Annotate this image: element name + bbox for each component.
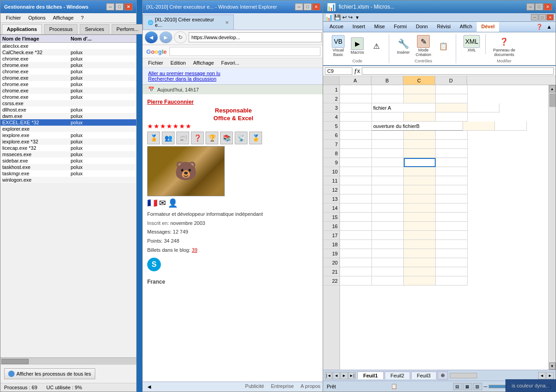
row-header[interactable]: 7 (323, 140, 340, 149)
scrollbar-thumb[interactable] (1, 359, 29, 364)
ribbon-tab-help-icon[interactable]: ❓ (534, 22, 545, 32)
scroll-up-button[interactable]: ▲ (549, 85, 556, 92)
cell-D3[interactable] (468, 103, 499, 112)
cell-A13[interactable] (340, 194, 372, 204)
ribbon-tab-affichage[interactable]: Affich (455, 22, 477, 32)
browser-menu-edition[interactable]: Edition (167, 59, 190, 66)
sheet-tab-feuil2[interactable]: Feuil2 (385, 372, 410, 379)
refresh-button[interactable]: ↻ (174, 31, 187, 43)
menu-fichier[interactable]: Fichier (2, 14, 25, 21)
ribbon-tab-accueil[interactable]: Accue (325, 22, 348, 32)
row-header[interactable]: 14 (323, 204, 340, 213)
cell-C16[interactable] (404, 222, 436, 231)
cell-D9[interactable] (436, 158, 468, 167)
col-header-c[interactable]: C (403, 76, 435, 85)
cell-D7[interactable] (436, 140, 468, 149)
cell-B17[interactable] (372, 231, 404, 240)
cell-B2[interactable] (372, 94, 404, 103)
cell-A14[interactable] (340, 204, 372, 213)
ribbon-collapse-icon[interactable]: ▲ (545, 22, 554, 32)
menu-affichage[interactable]: Affichage (49, 14, 77, 21)
table-row[interactable]: iexplore.exe *32polux (0, 138, 136, 145)
tab-close-icon[interactable]: ✕ (225, 20, 229, 25)
table-row[interactable]: taskmgr.exepolux (0, 170, 136, 177)
sheet-nav-last[interactable]: ►| (348, 372, 355, 379)
cell-D1[interactable] (436, 85, 468, 94)
menu-help[interactable]: ? (77, 14, 88, 21)
cell-D11[interactable] (436, 176, 468, 185)
browser-menu-affichage[interactable]: Affichage (190, 59, 218, 66)
table-row[interactable]: chrome.exepolux (0, 87, 136, 94)
row-header[interactable]: 18 (323, 240, 340, 249)
table-row[interactable]: iexplore.exepolux (0, 132, 136, 138)
row-header[interactable]: 21 (323, 267, 340, 276)
cell-C12[interactable] (404, 185, 436, 194)
table-row[interactable]: msseces.exepolux (0, 151, 136, 158)
table-row[interactable]: chrome.exepolux (0, 75, 136, 81)
cell-A21[interactable] (340, 267, 372, 276)
cell-B13[interactable] (372, 194, 404, 204)
skype-button[interactable]: S (147, 258, 161, 271)
cell-C2[interactable] (404, 94, 436, 103)
table-row[interactable]: dllhost.exepolux (0, 107, 136, 113)
qat-save-icon[interactable]: 💾 (334, 14, 341, 20)
cell-A6[interactable] (340, 131, 372, 140)
cell-C13[interactable] (404, 194, 436, 204)
ribbon-tab-formules[interactable]: Formi (389, 22, 411, 32)
sheet-hscroll-thumb[interactable] (450, 373, 477, 378)
cell-C4[interactable] (404, 112, 436, 122)
row-header[interactable]: 13 (323, 194, 340, 204)
ribbon-tab-revision[interactable]: Révisi (432, 22, 455, 32)
row-header[interactable]: 12 (323, 185, 340, 194)
cell-D21[interactable] (436, 267, 468, 276)
cell-A10[interactable] (340, 167, 372, 176)
row-header[interactable]: 22 (323, 276, 340, 285)
table-row[interactable]: chrome.exepolux (0, 81, 136, 87)
show-all-processes-button[interactable]: Afficher les processus de tous les (4, 368, 95, 379)
qat-redo-icon[interactable]: ↪ (348, 14, 353, 20)
row-header[interactable]: 16 (323, 222, 340, 231)
cell-B8[interactable] (372, 149, 404, 158)
cell-C20[interactable] (404, 258, 436, 267)
row-header[interactable]: 9 (323, 158, 340, 167)
row-header[interactable]: 6 (323, 131, 340, 140)
browser-menu-favoris[interactable]: Favori... (217, 59, 243, 66)
qat-dropdown-icon[interactable]: ▼ (355, 15, 360, 20)
nav-msg-1[interactable]: Aller au premier message non lu (148, 71, 319, 76)
scroll-down-button[interactable]: ▼ (549, 362, 556, 370)
back-button[interactable]: ◄ (145, 31, 158, 43)
table-row[interactable]: EXCEL.EXE *32polux (0, 119, 136, 126)
excel-restore-button[interactable]: □ (535, 3, 543, 10)
insert-control-button[interactable]: 🔧 Insérer (395, 36, 412, 56)
macros-button[interactable]: ▶ Macros (349, 36, 366, 56)
cell-B1[interactable] (372, 85, 404, 94)
cell-D2[interactable] (436, 94, 468, 103)
cell-A22[interactable] (340, 276, 372, 285)
table-row[interactable]: licecap.exe *32polux (0, 145, 136, 151)
excel-close-button[interactable]: ✕ (544, 3, 552, 10)
cell-B7[interactable] (372, 140, 404, 149)
nav-msg-2[interactable]: Rechercher dans la discussion (148, 76, 319, 81)
cell-D14[interactable] (436, 204, 468, 213)
horizontal-scrollbar[interactable] (0, 357, 136, 365)
cell-A17[interactable] (340, 231, 372, 240)
row-header[interactable]: 17 (323, 231, 340, 240)
cell-B15[interactable] (372, 213, 404, 222)
cell-C6[interactable] (404, 131, 436, 140)
minimize-button[interactable]: ─ (106, 3, 114, 10)
cell-D18[interactable] (436, 240, 468, 249)
browser-maximize-button[interactable]: □ (304, 3, 312, 10)
cell-A18[interactable] (340, 240, 372, 249)
table-row[interactable]: chrome.exepolux (0, 68, 136, 75)
table-row[interactable]: atieclxx.exe (0, 43, 136, 49)
cell-D12[interactable] (436, 185, 468, 194)
footer-entreprise[interactable]: Entreprise (271, 383, 293, 390)
table-row[interactable]: csrss.exe (0, 100, 136, 107)
cell-B4[interactable] (372, 112, 404, 122)
cell-C3[interactable] (436, 103, 468, 112)
cell-D10[interactable] (436, 167, 468, 176)
table-row[interactable]: winlogon.exe (0, 177, 136, 183)
page-layout-button[interactable]: ▦ (463, 383, 472, 390)
cell-C8[interactable] (404, 149, 436, 158)
browser-menu-fichier[interactable]: Fichier (144, 59, 167, 66)
